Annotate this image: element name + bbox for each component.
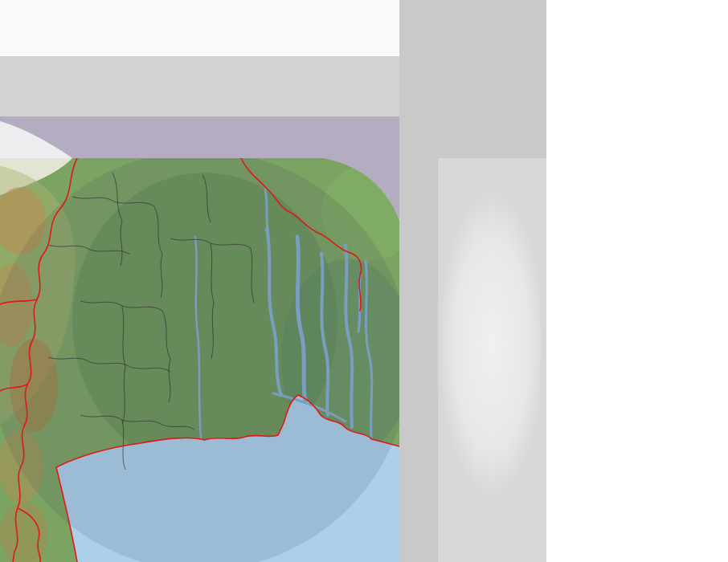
top-cross-section-panel bbox=[0, 0, 399, 116]
range-dome-shading bbox=[0, 151, 399, 562]
side-panel-lens bbox=[443, 158, 541, 562]
radar-map bbox=[0, 116, 399, 562]
legend-panel bbox=[546, 0, 728, 562]
radar-app-screen bbox=[0, 0, 728, 562]
side-cross-section-panel bbox=[438, 158, 546, 562]
top-panel-gray-band bbox=[0, 56, 399, 116]
legend-header bbox=[546, 0, 728, 5]
